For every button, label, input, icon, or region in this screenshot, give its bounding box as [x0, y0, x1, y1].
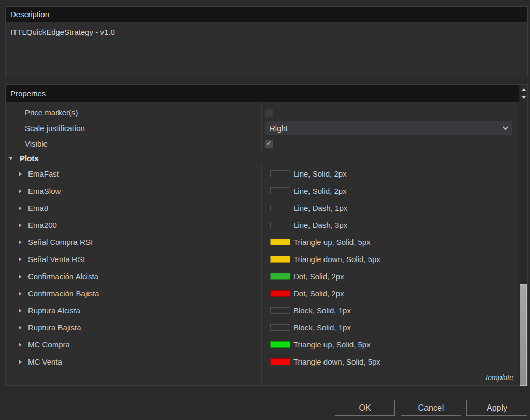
- plot-row[interactable]: Ruptura Alcista Block, Solid, 1px: [6, 302, 519, 319]
- plot-style-value: Dot, Solid, 2px: [293, 289, 344, 298]
- expander-collapsed-icon[interactable]: [19, 360, 22, 364]
- plot-row[interactable]: Confirmación Bajista Dot, Solid, 2px: [6, 285, 519, 302]
- plot-style-value: Line, Solid, 2px: [293, 169, 347, 178]
- plot-name: MC Venta: [28, 357, 62, 366]
- group-expanded-icon[interactable]: [9, 157, 13, 160]
- description-title: Description: [10, 10, 49, 19]
- plot-style-value: Block, Solid, 1px: [293, 306, 351, 315]
- plot-name: Señal Venta RSI: [28, 255, 85, 264]
- apply-button[interactable]: Apply: [466, 400, 527, 416]
- scrollbar-track[interactable]: [519, 102, 527, 385]
- expander-collapsed-icon[interactable]: [19, 309, 22, 313]
- property-row-visible[interactable]: Visible ✓: [6, 136, 519, 151]
- plot-style-value: Triangle down, Solid, 5px: [293, 357, 380, 366]
- plot-color-swatch[interactable]: [270, 170, 290, 177]
- property-row-scale-justification[interactable]: Scale justification Right: [6, 120, 519, 136]
- plot-row[interactable]: Señal Compra RSI Triangle up, Solid, 5px: [6, 234, 519, 251]
- plot-style-value: Line, Dash, 3px: [293, 221, 347, 229]
- expander-collapsed-icon[interactable]: [19, 292, 22, 296]
- plot-row[interactable]: MC Venta Triangle down, Solid, 5px: [6, 353, 519, 370]
- chevron-down-icon: [503, 124, 508, 130]
- plot-style-value: Line, Solid, 2px: [293, 186, 347, 195]
- plot-color-swatch[interactable]: [270, 290, 290, 297]
- expander-collapsed-icon[interactable]: [19, 343, 22, 347]
- plot-style-value: Triangle up, Solid, 5px: [293, 238, 371, 247]
- expander-collapsed-icon[interactable]: [19, 240, 22, 244]
- plot-name: Ema8: [28, 204, 48, 212]
- plot-color-swatch[interactable]: [270, 307, 290, 314]
- plot-name: Ema200: [28, 221, 57, 229]
- properties-panel: Properties Price marker(s) Scale justifi…: [5, 84, 528, 386]
- plot-value-cell[interactable]: Dot, Solid, 2px: [261, 289, 519, 298]
- plot-row[interactable]: Ema8 Line, Dash, 1px: [6, 199, 519, 216]
- plot-value-cell[interactable]: Line, Solid, 2px: [261, 169, 519, 178]
- plot-name: EmaFast: [28, 169, 59, 178]
- plot-row[interactable]: EmaFast Line, Solid, 2px: [6, 165, 519, 182]
- plot-row[interactable]: Ema200 Line, Dash, 3px: [6, 216, 519, 234]
- plots-group-label: Plots: [20, 154, 39, 163]
- plot-color-swatch[interactable]: [270, 239, 290, 245]
- plot-value-cell[interactable]: Triangle down, Solid, 5px: [261, 255, 519, 264]
- property-row-price-markers[interactable]: Price marker(s): [6, 105, 519, 120]
- property-label-visible: Visible: [6, 139, 261, 148]
- scroll-up-button[interactable]: [520, 85, 527, 93]
- plot-color-swatch[interactable]: [270, 273, 290, 280]
- plot-value-cell[interactable]: Line, Dash, 1px: [261, 204, 519, 212]
- dropdown-selected-value: Right: [270, 124, 288, 133]
- properties-title: Properties: [10, 89, 46, 98]
- plot-value-cell[interactable]: Triangle up, Solid, 5px: [261, 238, 519, 247]
- plot-value-cell[interactable]: Triangle down, Solid, 5px: [261, 357, 519, 366]
- plots-group-row[interactable]: Plots: [6, 151, 519, 165]
- properties-header: Properties: [6, 85, 527, 102]
- cancel-button[interactable]: Cancel: [401, 400, 461, 416]
- expander-collapsed-icon[interactable]: [19, 206, 22, 210]
- visible-checkbox[interactable]: ✓: [265, 140, 273, 148]
- expander-collapsed-icon[interactable]: [19, 223, 22, 227]
- plot-row[interactable]: Confirmación Alcista Dot, Solid, 2px: [6, 268, 519, 285]
- plot-row[interactable]: Señal Venta RSI Triangle down, Solid, 5p…: [6, 251, 519, 268]
- price-markers-checkbox[interactable]: [265, 109, 273, 117]
- indicator-properties-dialog: Description ITTLQuickEdgeStrategy - v1.0…: [0, 0, 530, 420]
- plot-value-cell[interactable]: Line, Dash, 3px: [261, 221, 519, 229]
- scale-justification-dropdown[interactable]: Right: [265, 121, 512, 135]
- expander-collapsed-icon[interactable]: [19, 274, 22, 279]
- plot-color-swatch[interactable]: [270, 256, 290, 263]
- plot-row[interactable]: MC Compra Triangle up, Solid, 5px: [6, 336, 519, 353]
- plot-value-cell[interactable]: Line, Solid, 2px: [261, 186, 519, 195]
- plot-name: Señal Compra RSI: [28, 238, 93, 247]
- plot-name: Confirmación Alcista: [28, 272, 98, 281]
- scrollbar-thumb[interactable]: [520, 284, 527, 386]
- plot-color-swatch[interactable]: [270, 324, 290, 331]
- plot-color-swatch[interactable]: [270, 341, 290, 348]
- plot-style-value: Block, Solid, 1px: [293, 323, 351, 332]
- ok-button[interactable]: OK: [335, 400, 395, 416]
- property-label-scale-justification: Scale justification: [6, 124, 261, 133]
- plot-name: MC Compra: [28, 340, 70, 349]
- plot-style-value: Dot, Solid, 2px: [293, 272, 344, 281]
- plot-style-value: Triangle down, Solid, 5px: [293, 255, 380, 264]
- expander-collapsed-icon[interactable]: [19, 189, 22, 193]
- expander-collapsed-icon[interactable]: [19, 172, 22, 176]
- description-panel: Description ITTLQuickEdgeStrategy - v1.0: [5, 6, 528, 77]
- scroll-down-button[interactable]: [520, 94, 527, 102]
- plot-color-swatch[interactable]: [270, 358, 290, 365]
- plot-row[interactable]: Ruptura Bajista Block, Solid, 1px: [6, 319, 519, 336]
- properties-scrollbar[interactable]: [519, 85, 527, 385]
- scroll-up-icon: [522, 88, 526, 91]
- plot-name: Ruptura Alcista: [28, 306, 80, 315]
- plot-value-cell[interactable]: Dot, Solid, 2px: [261, 272, 519, 281]
- plot-value-cell[interactable]: Triangle up, Solid, 5px: [261, 340, 519, 349]
- expander-collapsed-icon[interactable]: [19, 257, 22, 262]
- plot-color-swatch[interactable]: [270, 187, 290, 194]
- plot-name: Ruptura Bajista: [28, 323, 81, 332]
- property-label-price-markers: Price marker(s): [6, 108, 261, 117]
- plot-value-cell[interactable]: Block, Solid, 1px: [261, 323, 519, 332]
- plot-style-value: Line, Dash, 1px: [293, 204, 347, 212]
- plot-color-swatch[interactable]: [270, 222, 290, 228]
- plot-row[interactable]: EmaSlow Line, Solid, 2px: [6, 182, 519, 199]
- description-header: Description: [6, 7, 527, 22]
- expander-collapsed-icon[interactable]: [19, 326, 22, 330]
- scroll-down-icon: [522, 96, 526, 99]
- plot-value-cell[interactable]: Block, Solid, 1px: [261, 306, 519, 315]
- plot-color-swatch[interactable]: [270, 205, 290, 211]
